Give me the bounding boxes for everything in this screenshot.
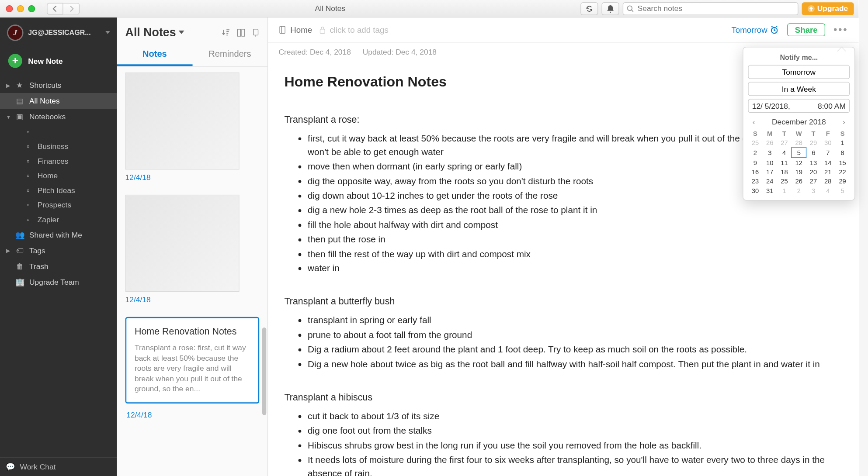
reminder-button[interactable]: Tomorrow <box>731 25 779 34</box>
list-item[interactable]: dig a new hole 2-3 times as deep as the … <box>308 204 842 217</box>
calendar-day[interactable]: 2 <box>748 148 762 158</box>
calendar-day[interactable]: 8 <box>835 148 850 158</box>
calendar-day[interactable]: 25 <box>748 138 762 148</box>
share-button[interactable]: Share <box>787 24 825 36</box>
prev-month-button[interactable]: ‹ <box>749 117 758 126</box>
calendar-day[interactable]: 27 <box>806 176 820 186</box>
sidebar-shared[interactable]: 👥 Shared with Me <box>0 227 117 243</box>
calendar-day[interactable]: 15 <box>835 158 850 167</box>
minimize-window-button[interactable] <box>17 5 24 12</box>
list-item[interactable]: Hibiscus shrubs grow best in the long ru… <box>308 439 842 453</box>
maximize-window-button[interactable] <box>28 5 35 12</box>
sidebar-notebook-item[interactable]: ▫Zapier <box>17 212 117 227</box>
upgrade-button[interactable]: Upgrade <box>802 2 854 15</box>
calendar-day[interactable]: 19 <box>792 167 806 176</box>
notelist-title[interactable]: All Notes <box>125 26 184 39</box>
next-month-button[interactable]: › <box>839 117 848 126</box>
account-switcher[interactable]: J JG@JESSICAGR... <box>0 17 117 48</box>
list-item[interactable]: prune to about a foot tall from the grou… <box>308 329 842 342</box>
calendar-day[interactable]: 4 <box>777 148 792 158</box>
sort-button[interactable] <box>222 28 230 37</box>
calendar-day[interactable]: 28 <box>821 176 835 186</box>
sidebar-shortcuts[interactable]: ▶ ★ Shortcuts <box>0 77 117 93</box>
sidebar-notebooks[interactable]: ▼ ▣ Notebooks <box>0 109 117 124</box>
tab-notes[interactable]: Notes <box>117 43 192 66</box>
calendar-day[interactable]: 5 <box>835 186 850 195</box>
list-item[interactable]: cut it back to about 1/3 of its size <box>308 410 842 424</box>
search-input[interactable] <box>623 2 799 15</box>
calendar-day[interactable]: 6 <box>806 148 820 158</box>
sidebar-notebook-item[interactable]: ▫Finances <box>17 154 117 168</box>
calendar-day[interactable]: 1 <box>835 138 850 148</box>
calendar-day[interactable]: 4 <box>821 186 835 195</box>
notifications-button[interactable] <box>602 2 619 15</box>
calendar-day[interactable]: 26 <box>792 176 806 186</box>
search-field[interactable] <box>638 4 795 13</box>
work-chat-button[interactable]: 💬 Work Chat <box>0 457 117 476</box>
note-card[interactable]: 12/4/18 <box>125 72 260 191</box>
list-item[interactable]: It needs lots of moisture during the fir… <box>308 454 842 476</box>
bullet-list[interactable]: transplant in spring or early fallprune … <box>285 314 842 372</box>
calendar-day[interactable]: 2 <box>792 186 806 195</box>
sidebar-tags[interactable]: ▶ 🏷 Tags <box>0 243 117 259</box>
calendar-day[interactable]: 30 <box>748 186 762 195</box>
calendar-day[interactable]: 3 <box>806 186 820 195</box>
filter-button[interactable] <box>252 28 259 37</box>
sidebar-notebook-item[interactable]: ▫Home <box>17 169 117 183</box>
calendar-day[interactable]: 16 <box>748 167 762 176</box>
calendar-day[interactable]: 31 <box>763 186 777 195</box>
calendar-day[interactable]: 25 <box>777 176 792 186</box>
forward-button[interactable] <box>63 3 80 14</box>
sync-button[interactable] <box>581 2 598 15</box>
notebook-crumb[interactable]: Home <box>278 25 312 34</box>
list-item[interactable]: dig one foot out from the stalks <box>308 424 842 438</box>
list-item[interactable]: fill the hole about halfway with dirt an… <box>308 218 842 232</box>
calendar-day[interactable]: 9 <box>748 158 762 167</box>
note-card-selected[interactable]: Home Renovation Notes Transplant a rose:… <box>125 317 260 404</box>
calendar-day[interactable]: 14 <box>821 158 835 167</box>
tags-input[interactable]: click to add tags <box>319 25 389 34</box>
list-item[interactable]: Dig a new hole about twice as big as the… <box>308 358 842 372</box>
calendar-day[interactable]: 27 <box>777 138 792 148</box>
calendar-day[interactable]: 20 <box>806 167 820 176</box>
calendar-day[interactable]: 18 <box>777 167 792 176</box>
section-heading[interactable]: Transplant a hibiscus <box>285 393 842 403</box>
calendar-day[interactable]: 24 <box>763 176 777 186</box>
view-toggle-button[interactable] <box>237 28 245 37</box>
calendar-day[interactable]: 11 <box>777 158 792 167</box>
calendar-day[interactable]: 29 <box>835 176 850 186</box>
calendar-day[interactable]: 17 <box>763 167 777 176</box>
calendar-day[interactable]: 29 <box>806 138 820 148</box>
calendar-day[interactable]: 26 <box>763 138 777 148</box>
calendar-day[interactable]: 10 <box>763 158 777 167</box>
calendar-day[interactable]: 28 <box>792 138 806 148</box>
scrollbar-thumb[interactable] <box>262 328 266 415</box>
sidebar-trash[interactable]: 🗑 Trash <box>0 259 117 274</box>
bullet-list[interactable]: cut it back to about 1/3 of its sizedig … <box>285 410 842 476</box>
datetime-input[interactable]: 12/ 5/2018, 8:00 AM <box>748 99 850 113</box>
list-item[interactable]: Dig a radium about 2 feet around the pla… <box>308 343 842 357</box>
section-heading[interactable]: Transplant a butterfly bush <box>285 297 842 307</box>
sidebar-notebook-item[interactable]: ▫Pitch Ideas <box>17 183 117 197</box>
tab-reminders[interactable]: Reminders <box>192 43 267 66</box>
calendar-day[interactable]: 30 <box>821 138 835 148</box>
calendar-day[interactable]: 21 <box>821 167 835 176</box>
back-button[interactable] <box>47 3 63 14</box>
list-item[interactable]: then fill the rest of the way up with di… <box>308 248 842 261</box>
close-window-button[interactable] <box>6 5 13 12</box>
remind-tomorrow-button[interactable]: Tomorrow <box>748 65 850 79</box>
sidebar-notebook-item[interactable]: ▫ <box>17 124 117 139</box>
sidebar-notebook-item[interactable]: ▫Prospects <box>17 198 117 212</box>
calendar-day[interactable]: 7 <box>821 148 835 158</box>
list-item[interactable]: then put the rose in <box>308 233 842 247</box>
calendar-day[interactable]: 5 <box>792 148 806 158</box>
calendar-day[interactable]: 12 <box>792 158 806 167</box>
list-item[interactable]: transplant in spring or early fall <box>308 314 842 328</box>
calendar-day[interactable]: 22 <box>835 167 850 176</box>
sidebar-all-notes[interactable]: ▤ All Notes <box>0 93 117 109</box>
calendar-day[interactable]: 13 <box>806 158 820 167</box>
sidebar-upgrade-team[interactable]: 🏢 Upgrade Team <box>0 274 117 290</box>
note-list-scroll[interactable]: 12/4/18 12/4/18 Home Renovation Notes Tr… <box>117 67 267 476</box>
remind-in-a-week-button[interactable]: In a Week <box>748 82 850 96</box>
new-note-button[interactable]: + New Note <box>0 48 117 74</box>
